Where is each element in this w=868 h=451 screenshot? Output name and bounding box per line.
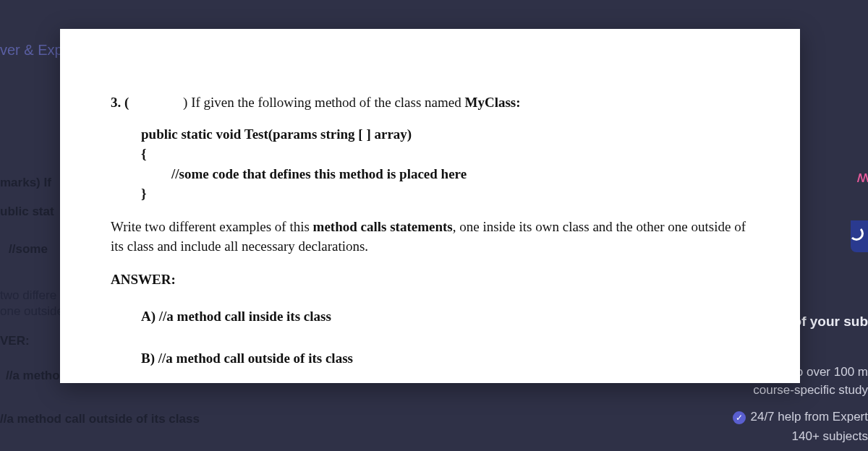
q-classname: MyClass: xyxy=(464,95,520,110)
bg-text: ublic stat xyxy=(0,205,54,219)
bg-text: two differe xyxy=(0,288,56,303)
promo-line: course-specific study xyxy=(753,383,868,398)
code-block: public static void Test(params string [ … xyxy=(141,124,749,204)
q-lead: If given the following method of the cla… xyxy=(191,95,461,110)
code-line: { xyxy=(141,144,749,164)
code-line: //some code that defines this method is … xyxy=(171,164,749,184)
bg-text: one outside xyxy=(0,304,64,319)
question-text: ) If given the following method of the c… xyxy=(183,95,520,110)
document-content: 3. ( ) If given the following method of … xyxy=(111,93,749,368)
question-number: 3. ( xyxy=(111,95,129,110)
instr-part1: Write two different examples of this xyxy=(111,219,313,234)
promo-help: 24/7 help from Expert xyxy=(750,410,868,424)
bg-text: //a metho xyxy=(6,369,60,383)
bg-text: //a method call outside of its class xyxy=(0,412,200,426)
page-background: ver & Exp marks) If ublic stat //some tw… xyxy=(0,0,868,451)
scribble-icon: ʍ xyxy=(856,168,868,186)
code-line: } xyxy=(141,184,749,204)
promo-line: to over 100 m xyxy=(793,365,868,379)
question-modal: 3. ( ) If given the following method of … xyxy=(60,29,800,383)
promo-line: ✓24/7 help from Expert xyxy=(733,410,868,424)
corner-widget xyxy=(851,220,868,252)
bg-text: //some xyxy=(9,242,48,257)
instructions: Write two different examples of this met… xyxy=(111,217,749,257)
check-icon: ✓ xyxy=(733,411,746,424)
promo-line: 140+ subjects xyxy=(792,429,868,444)
option-a: A) //a method call inside its class xyxy=(141,306,749,327)
bg-text: marks) If xyxy=(0,176,51,190)
question-header: 3. ( ) If given the following method of … xyxy=(111,93,749,113)
instr-bold: method calls statements xyxy=(313,219,453,234)
q-paren: ) xyxy=(183,95,187,110)
bg-text: ver & Exp xyxy=(0,42,63,59)
answer-heading: ANSWER: xyxy=(111,270,749,290)
option-b: B) //a method call outside of its class xyxy=(141,348,749,369)
bg-text: VER: xyxy=(0,334,30,348)
code-line: public static void Test(params string [ … xyxy=(141,124,749,145)
